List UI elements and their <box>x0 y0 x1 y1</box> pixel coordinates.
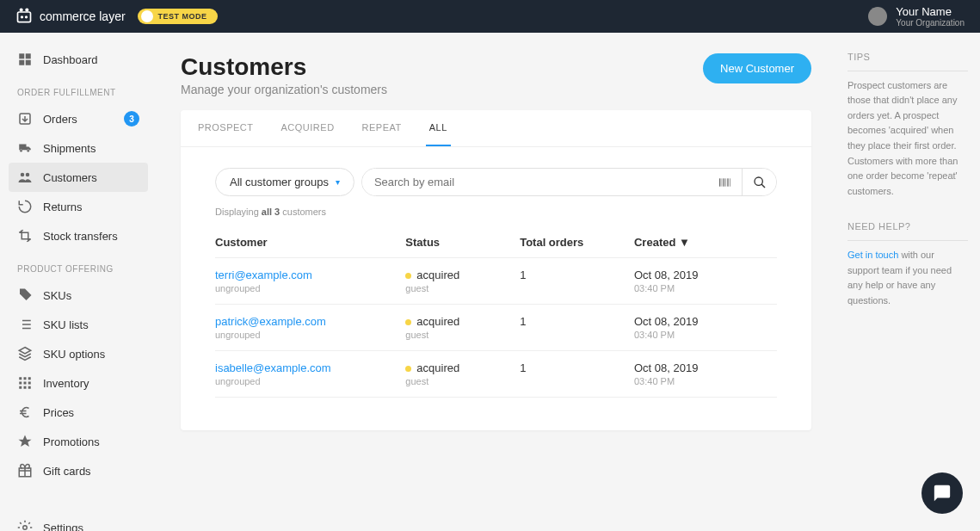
displaying-count: Displaying all 3 customers <box>215 207 777 217</box>
get-in-touch-link[interactable]: Get in touch <box>847 250 898 260</box>
svg-rect-12 <box>19 377 22 380</box>
search-wrap <box>361 168 777 196</box>
user-menu[interactable]: Your Name Your Organization <box>868 5 965 28</box>
sidebar-item-dashboard[interactable]: Dashboard <box>9 45 148 74</box>
sidebar-item-prices[interactable]: Prices <box>9 398 148 427</box>
tips-body: Prospect customers are those that didn't… <box>847 78 968 200</box>
star-icon <box>17 434 33 449</box>
sidebar-item-sku-options[interactable]: SKU options <box>9 339 148 368</box>
svg-point-11 <box>26 173 30 177</box>
table-row[interactable]: terri@example.com ungrouped acquired gue… <box>215 258 777 305</box>
sidebar-section-fulfillment: ORDER FULFILLMENT <box>9 74 148 104</box>
svg-point-2 <box>26 9 28 11</box>
search-button[interactable] <box>742 169 776 195</box>
svg-rect-18 <box>19 386 22 389</box>
page-subtitle: Manage your organization's customers <box>181 83 387 96</box>
sidebar-item-orders[interactable]: Orders 3 <box>9 104 148 133</box>
svg-point-3 <box>22 16 23 18</box>
brand-logo[interactable]: commerce layer <box>15 8 126 25</box>
customers-card: PROSPECT ACQUIRED REPEAT ALL All custome… <box>181 110 811 430</box>
search-input[interactable] <box>362 169 707 195</box>
tips-title: TIPS <box>847 50 968 71</box>
sidebar-item-inventory[interactable]: Inventory <box>9 368 148 398</box>
sidebar-label: Shipments <box>43 142 96 155</box>
sidebar-label: SKU options <box>43 348 105 361</box>
sidebar-item-skus[interactable]: SKUs <box>9 281 148 310</box>
customer-group: ungrouped <box>215 376 405 386</box>
created-date: Oct 08, 2019 <box>634 361 777 374</box>
new-customer-button[interactable]: New Customer <box>703 53 811 83</box>
svg-point-22 <box>23 526 28 530</box>
svg-point-4 <box>26 16 28 18</box>
customer-group-dropdown[interactable]: All customer groups ▾ <box>215 168 354 196</box>
sidebar-label: Returns <box>43 201 83 213</box>
svg-point-10 <box>21 173 25 177</box>
customer-role: guest <box>405 376 520 386</box>
sidebar-label: Gift cards <box>43 465 91 478</box>
tab-prospect[interactable]: PROSPECT <box>194 110 257 146</box>
status-text: acquired <box>416 361 459 374</box>
chat-widget-button[interactable] <box>921 472 963 514</box>
tab-repeat[interactable]: REPEAT <box>359 110 405 146</box>
sidebar-item-shipments[interactable]: Shipments <box>9 133 148 163</box>
col-header-orders[interactable]: Total orders <box>520 236 634 249</box>
svg-rect-5 <box>19 53 24 59</box>
svg-rect-7 <box>19 60 24 65</box>
sidebar-item-returns[interactable]: Returns <box>9 192 148 221</box>
col-header-customer[interactable]: Customer <box>215 236 405 249</box>
sidebar-item-gift-cards[interactable]: Gift cards <box>9 456 148 485</box>
sidebar-label: Prices <box>43 406 74 419</box>
sidebar-item-customers[interactable]: Customers <box>9 163 148 192</box>
test-mode-label: TEST MODE <box>158 12 207 21</box>
table-row[interactable]: isabelle@example.com ungrouped acquired … <box>215 351 777 398</box>
customer-role: guest <box>405 283 520 293</box>
sidebar-item-sku-lists[interactable]: SKU lists <box>9 310 148 339</box>
user-name: Your Name <box>896 5 965 18</box>
created-date: Oct 08, 2019 <box>634 315 777 328</box>
transfer-icon <box>17 228 33 244</box>
scan-button[interactable] <box>707 169 742 195</box>
customer-role: guest <box>405 330 520 340</box>
sidebar-label: Dashboard <box>43 53 98 66</box>
orders-count: 1 <box>520 361 634 374</box>
return-icon <box>17 199 33 214</box>
svg-rect-13 <box>24 377 27 380</box>
sidebar-label: Stock transfers <box>43 230 118 243</box>
customer-email-link[interactable]: isabelle@example.com <box>215 361 405 374</box>
status-dot-icon <box>405 273 411 279</box>
sidebar-label: Inventory <box>43 377 89 390</box>
svg-rect-26 <box>725 178 726 186</box>
table-row[interactable]: patrick@example.com ungrouped acquired g… <box>215 305 777 351</box>
tag-icon <box>17 287 33 303</box>
created-time: 03:40 PM <box>634 376 777 386</box>
orders-count: 1 <box>520 269 634 281</box>
sidebar-label: Customers <box>43 171 97 184</box>
svg-rect-25 <box>724 178 724 186</box>
customer-email-link[interactable]: patrick@example.com <box>215 315 405 328</box>
page-header: Customers Manage your organization's cus… <box>181 53 811 96</box>
customer-email-link[interactable]: terri@example.com <box>215 269 405 281</box>
svg-rect-24 <box>722 178 723 186</box>
search-icon <box>753 176 767 189</box>
main-content: Customers Manage your organization's cus… <box>157 33 835 531</box>
sidebar-item-stock-transfers[interactable]: Stock transfers <box>9 221 148 250</box>
sidebar-item-promotions[interactable]: Promotions <box>9 427 148 456</box>
tab-all[interactable]: ALL <box>426 110 451 146</box>
logo-icon <box>15 8 33 25</box>
avatar <box>868 7 887 26</box>
created-time: 03:40 PM <box>634 330 777 340</box>
layers-icon <box>17 346 33 361</box>
col-header-created[interactable]: Created ▼ <box>634 236 777 249</box>
tab-acquired[interactable]: ACQUIRED <box>278 110 338 146</box>
sidebar-label: SKUs <box>43 289 71 302</box>
svg-rect-16 <box>24 382 27 385</box>
chat-icon <box>933 484 952 503</box>
sidebar-item-settings[interactable]: Settings <box>9 513 148 531</box>
svg-rect-27 <box>727 178 728 186</box>
barcode-icon <box>718 176 731 189</box>
col-header-status[interactable]: Status <box>405 236 520 249</box>
svg-point-1 <box>20 9 22 11</box>
people-icon <box>17 170 33 185</box>
sidebar: Dashboard ORDER FULFILLMENT Orders 3 Shi… <box>0 33 157 531</box>
test-mode-badge[interactable]: TEST MODE <box>138 9 218 24</box>
